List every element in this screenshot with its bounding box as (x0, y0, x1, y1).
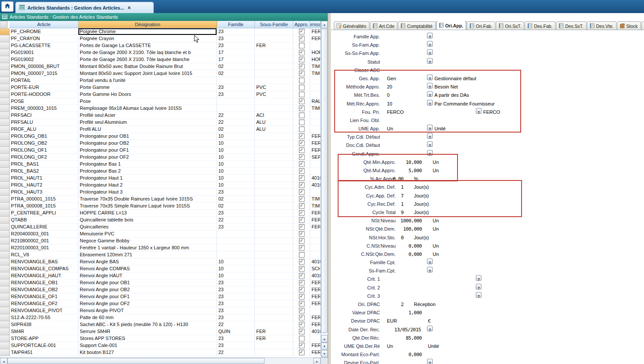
cell-famille[interactable] (217, 245, 255, 252)
row-selector[interactable] (0, 314, 10, 321)
cell-article[interactable]: RENVOIANGLE_PIVOT (10, 307, 78, 314)
table-row[interactable]: SIIPR438 Sachet ABC - Kit 5 pieds (meubl… (0, 321, 321, 328)
cell-fournisseur[interactable]: FER (310, 342, 321, 349)
cell-sous-famille[interactable] (255, 245, 293, 252)
cell-article[interactable]: PROLONG_OB2 (10, 140, 78, 147)
table-row[interactable]: RENVOIANGLE_HAUT Renvoi Angle HAUT 10 ✓ … (0, 272, 321, 279)
cell-sous-famille[interactable] (255, 98, 293, 105)
cell-article[interactable]: RENVOIANGLE_OF2 (10, 300, 78, 307)
scroll-left-icon[interactable]: ◄ (0, 358, 7, 364)
column-header-fournisseur[interactable]: Fournisseur (310, 21, 321, 28)
cell-fournisseur[interactable] (310, 126, 321, 133)
tab-comptabilit-[interactable]: Comptabilité (398, 21, 435, 30)
cell-sous-famille[interactable] (255, 147, 293, 154)
cell-sous-famille[interactable] (255, 300, 293, 307)
cell-article[interactable]: P_CENTREE_APPLI (10, 210, 78, 217)
home-button[interactable] (1, 1, 14, 12)
cell-fournisseur[interactable]: FER (310, 300, 321, 307)
cell-sous-famille[interactable] (255, 307, 293, 314)
cell-sous-famille[interactable] (255, 140, 293, 147)
cell-designation[interactable]: Porte de Garage 2600 X 2100. Tôle laquée… (78, 56, 217, 63)
table-row[interactable]: PROL_BAS1 Prolongateur Bas 1 10 ✓ (0, 161, 321, 168)
cell-famille[interactable]: 10 (217, 161, 255, 168)
cell-famille[interactable]: 10 (217, 154, 255, 161)
row-selector[interactable] (0, 286, 10, 293)
cell-fournisseur[interactable] (310, 252, 321, 259)
cell-designation[interactable]: Profilé seul Aluminium (78, 119, 217, 126)
cell-sous-famille[interactable] (255, 349, 293, 356)
cell-sous-famille[interactable] (255, 182, 293, 189)
appro-checkbox[interactable]: ✓ (299, 50, 305, 55)
cell-article[interactable]: PREM_000003_1015 (10, 105, 78, 112)
cell-designation[interactable]: Porte Gamme Ho Doors (78, 91, 217, 98)
cell-fournisseur[interactable] (310, 238, 321, 245)
cell-designation[interactable]: Quincailleries (78, 224, 217, 231)
cell-famille[interactable]: 22 (217, 349, 255, 356)
cell-fournisseur[interactable] (310, 231, 321, 238)
row-selector[interactable] (0, 307, 10, 314)
appro-checkbox[interactable]: ✓ (299, 71, 305, 76)
appro-checkbox[interactable]: ✓ (299, 154, 305, 160)
field-value[interactable]: Un (387, 125, 393, 133)
cell-fournisseur[interactable]: FER (310, 349, 321, 356)
cell-famille[interactable]: 23 (217, 189, 255, 196)
appro-checkbox[interactable]: ✓ (299, 147, 305, 153)
vertical-scrollbar[interactable]: ▲ ▲ ▼ ▼ (321, 21, 328, 357)
appro-checkbox[interactable]: ✓ (299, 140, 305, 146)
cell-article[interactable]: R220100003_001 (10, 245, 78, 252)
field-value[interactable]: Un (387, 342, 393, 350)
cell-famille[interactable] (217, 98, 255, 105)
cell-designation[interactable]: Renvoi Angle PIVOT (78, 307, 217, 314)
document-tab[interactable]: Articles Standards : Gestion des Article… (15, 2, 154, 13)
table-row[interactable]: PRFSALU Profilé seul Aluminium 22 ALU (0, 119, 321, 126)
field-value[interactable]: 9 (387, 208, 403, 217)
row-selector[interactable] (0, 321, 10, 328)
tab-art-cde[interactable]: Art.Cde (370, 21, 398, 30)
row-selector[interactable] (0, 349, 10, 356)
cell-sous-famille[interactable] (255, 259, 293, 265)
appro-checkbox[interactable]: ✓ (299, 301, 305, 306)
table-row[interactable]: PF_CRAYON Poignée Crayon 23 ✓ FER (0, 35, 321, 42)
cell-article[interactable]: PROL_HAUT3 (10, 189, 78, 196)
appro-checkbox[interactable]: ✓ (299, 189, 305, 195)
table-row[interactable]: QTABB Quincaillerie tablette bois 22 ✓ F… (0, 217, 321, 224)
cell-famille[interactable]: 23 (217, 42, 255, 49)
tab-des-sst-[interactable]: Des.SsT. (556, 21, 586, 30)
table-row[interactable]: PTRA_000001_1015 Traverse 70x35 Double R… (0, 196, 321, 203)
cell-sous-famille[interactable] (255, 154, 293, 161)
cell-sous-famille[interactable] (255, 28, 293, 35)
cell-sous-famille[interactable] (255, 217, 293, 224)
column-header-famille[interactable]: Famille (217, 21, 255, 28)
cell-famille[interactable]: 10 (217, 259, 255, 265)
help-button[interactable]: ? (427, 150, 433, 156)
row-selector[interactable] (0, 133, 10, 140)
appro-checkbox[interactable]: ✓ (299, 245, 305, 251)
cell-fournisseur[interactable]: FER (310, 286, 321, 293)
cell-sous-famille[interactable]: ACI (255, 112, 293, 119)
cell-famille[interactable]: QUIN (217, 328, 255, 335)
cell-article[interactable]: PROL_BAS1 (10, 161, 78, 168)
cell-famille[interactable]: 23 (217, 35, 255, 42)
field-value[interactable]: 85,000 (387, 334, 422, 342)
table-row[interactable]: RENVOIANGLE_OF1 Renvoi Angle pour OF1 23… (0, 293, 321, 300)
cell-famille[interactable]: 10 (217, 265, 255, 272)
cell-sous-famille[interactable] (255, 77, 293, 84)
field-value[interactable]: 0,00 (387, 175, 403, 183)
row-selector[interactable] (0, 328, 10, 335)
cell-famille[interactable]: 23 (217, 84, 255, 91)
row-selector[interactable] (0, 259, 10, 265)
cell-article[interactable]: PMON_000006_BRUT (10, 63, 78, 70)
cell-article[interactable]: RENVOIANGLE_BAS (10, 259, 78, 265)
pane-splitter[interactable] (328, 13, 331, 364)
cell-article[interactable]: SIIPR438 (10, 321, 78, 328)
row-selector[interactable] (0, 56, 10, 63)
cell-famille[interactable]: 23 (217, 300, 255, 307)
table-row[interactable]: PORTE-EUR Porte Gamme 23 PVC (0, 84, 321, 91)
appro-checkbox[interactable]: ✓ (299, 224, 305, 230)
cell-article[interactable]: PTRA_000001_1015 (10, 196, 78, 203)
appro-checkbox[interactable] (299, 112, 305, 118)
row-selector[interactable] (0, 203, 10, 210)
cell-fournisseur[interactable]: FER (310, 224, 321, 231)
cell-fournisseur[interactable]: TIMI (310, 70, 321, 77)
table-row[interactable]: PROF_ALU Profil ALU 02 ALU (0, 126, 321, 133)
